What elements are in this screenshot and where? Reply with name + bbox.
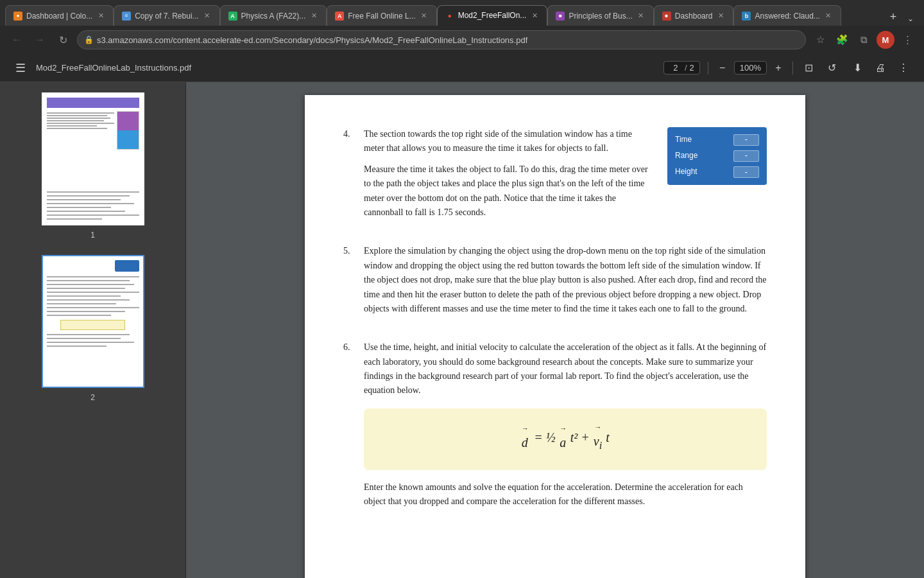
formula-a-vec: → a bbox=[560, 425, 567, 453]
thumb1-body bbox=[47, 111, 139, 189]
bookmark-icon[interactable]: ☆ bbox=[811, 31, 829, 49]
toolbar-actions: ⬇ 🖨 ⋮ bbox=[847, 58, 914, 78]
tab5-title: Mod2_FreeFallOn... bbox=[458, 11, 527, 20]
tab-dashboard-colo[interactable]: ● Dashboard | Colo... ✕ bbox=[5, 5, 114, 26]
tab8-favicon: b bbox=[742, 12, 751, 21]
thumb2-line9 bbox=[47, 307, 139, 308]
thumbnail-page1[interactable]: 1 bbox=[10, 92, 175, 240]
thumb1-line12 bbox=[47, 207, 112, 208]
address-input[interactable]: 🔒 s3.amazonaws.com/content.accelerate-ed… bbox=[77, 30, 806, 49]
item4-para2: Measure the time it takes the object to … bbox=[364, 162, 654, 220]
thumb2-line11 bbox=[47, 315, 112, 316]
tab6-close[interactable]: ✕ bbox=[637, 12, 646, 21]
tab4-close[interactable]: ✕ bbox=[420, 12, 429, 21]
window-icon[interactable]: ⧉ bbox=[855, 31, 873, 49]
thumb2-yellow-box bbox=[60, 320, 125, 330]
address-actions: ☆ 🧩 ⧉ M ⋮ bbox=[811, 31, 916, 49]
tab-mod2-freefall[interactable]: ● Mod2_FreeFallOn... ✕ bbox=[437, 5, 548, 26]
more-tools-button[interactable]: ⋮ bbox=[893, 58, 914, 78]
info-dash-range: - bbox=[733, 150, 759, 162]
item-6: 6. Use the time, height, and initial vel… bbox=[343, 340, 767, 515]
item-4: 4. The section towards the top right sid… bbox=[343, 127, 767, 226]
page-number-input[interactable]: 2 bbox=[669, 63, 682, 73]
thumb2-line4 bbox=[47, 288, 125, 289]
thumb1-line5 bbox=[47, 123, 114, 124]
thumb1-text bbox=[47, 111, 114, 189]
zoom-in-button[interactable]: + bbox=[769, 59, 787, 77]
tab-physics-a[interactable]: A Physics A (FA22)... ✕ bbox=[220, 5, 327, 26]
item4-para1: The section towards the top right side o… bbox=[364, 127, 654, 156]
tab-copy-rebuild[interactable]: ≡ Copy of 7. Rebui... ✕ bbox=[114, 5, 219, 26]
tab7-title: Dashboard bbox=[675, 12, 713, 21]
tab-free-fall[interactable]: A Free Fall Online L... ✕ bbox=[327, 5, 436, 26]
tab-end: + ⌄ bbox=[841, 8, 919, 26]
tab7-close[interactable]: ✕ bbox=[716, 12, 725, 21]
thumb2-line6 bbox=[47, 295, 121, 297]
thumb1-line14 bbox=[47, 215, 139, 216]
info-box-row-range: Range - bbox=[675, 150, 759, 162]
thumb2-blue-box bbox=[115, 260, 139, 272]
thumb1-line1 bbox=[47, 112, 114, 114]
item5-number: 5. bbox=[343, 244, 354, 322]
item5-content: Explore the simulation by changing the o… bbox=[364, 244, 767, 322]
rotate-button[interactable]: ↺ bbox=[821, 58, 842, 78]
formula-d-vec: → d bbox=[521, 425, 528, 453]
info-label-time: Time bbox=[675, 134, 728, 146]
thumb1-line3 bbox=[47, 118, 111, 119]
thumb1-image bbox=[117, 111, 139, 150]
more-options-icon[interactable]: ⋮ bbox=[898, 31, 916, 49]
zoom-controls: − 100% + ⊡ ↺ bbox=[705, 58, 842, 78]
fit-page-button[interactable]: ⊡ bbox=[798, 58, 819, 78]
tab-answered[interactable]: b Answered: Claud... ✕ bbox=[733, 5, 841, 26]
zoom-value[interactable]: 100% bbox=[734, 61, 767, 74]
item6-para1: Use the time, height, and initial veloci… bbox=[364, 340, 767, 398]
thumb1-line6 bbox=[47, 125, 98, 127]
tab8-title: Answered: Claud... bbox=[755, 12, 819, 21]
info-box-row-height: Height - bbox=[675, 166, 759, 178]
thumb1-line4 bbox=[47, 120, 104, 121]
forward-button[interactable]: → bbox=[31, 31, 49, 49]
download-button[interactable]: ⬇ bbox=[847, 58, 868, 78]
thumb2-line10 bbox=[47, 311, 125, 312]
tab3-close[interactable]: ✕ bbox=[309, 12, 318, 21]
address-text: s3.amazonaws.com/content.accelerate-ed.c… bbox=[97, 35, 527, 45]
thumbnail-frame-1 bbox=[42, 92, 144, 225]
pdf-menu-button[interactable]: ☰ bbox=[10, 58, 31, 78]
thumb2-line13 bbox=[47, 338, 121, 339]
address-bar: ← → ↻ 🔒 s3.amazonaws.com/content.acceler… bbox=[0, 26, 924, 54]
zoom-out-button[interactable]: − bbox=[714, 59, 732, 77]
tab2-close[interactable]: ✕ bbox=[203, 12, 212, 21]
thumb1-line8 bbox=[47, 191, 139, 193]
new-tab-button[interactable]: + bbox=[884, 8, 902, 26]
tab4-favicon: A bbox=[335, 12, 344, 21]
reload-button[interactable]: ↻ bbox=[54, 31, 72, 49]
tab-minimize-icon[interactable]: ⌄ bbox=[902, 14, 919, 26]
info-label-range: Range bbox=[675, 150, 728, 162]
thumb1-line7 bbox=[47, 128, 108, 129]
formula-vi-vec: → vi bbox=[594, 424, 603, 455]
tab1-close[interactable]: ✕ bbox=[96, 12, 105, 21]
tab3-title: Physics A (FA22)... bbox=[241, 12, 306, 21]
thumb1-content bbox=[43, 94, 143, 224]
thumb1-line10 bbox=[47, 199, 121, 200]
tab-dashboard2[interactable]: ■ Dashboard ✕ bbox=[654, 5, 734, 26]
thumb2-line2 bbox=[47, 280, 130, 281]
tab5-close[interactable]: ✕ bbox=[530, 11, 539, 20]
back-button[interactable]: ← bbox=[8, 31, 26, 49]
tab-principles-bus[interactable]: ■ Principles of Bus... ✕ bbox=[547, 5, 653, 26]
tab1-title: Dashboard | Colo... bbox=[26, 12, 92, 21]
item6-content: Use the time, height, and initial veloci… bbox=[364, 340, 767, 515]
tab8-close[interactable]: ✕ bbox=[824, 12, 833, 21]
thumb2-content bbox=[43, 256, 143, 387]
profile-button[interactable]: M bbox=[877, 31, 894, 49]
extension-icon[interactable]: 🧩 bbox=[833, 31, 851, 49]
pdf-title: Mod2_FreeFallOnlineLab_Instructions.pdf bbox=[36, 63, 658, 73]
thumb2-line5 bbox=[47, 292, 139, 293]
print-button[interactable]: 🖨 bbox=[870, 58, 891, 78]
thumbnail-page2[interactable]: 2 bbox=[10, 255, 175, 402]
thumb1-line13 bbox=[47, 211, 125, 212]
item4-content: The section towards the top right side o… bbox=[364, 127, 767, 226]
thumb2-header bbox=[47, 260, 139, 272]
hamburger-icon: ☰ bbox=[15, 61, 26, 75]
item6-number: 6. bbox=[343, 340, 354, 515]
